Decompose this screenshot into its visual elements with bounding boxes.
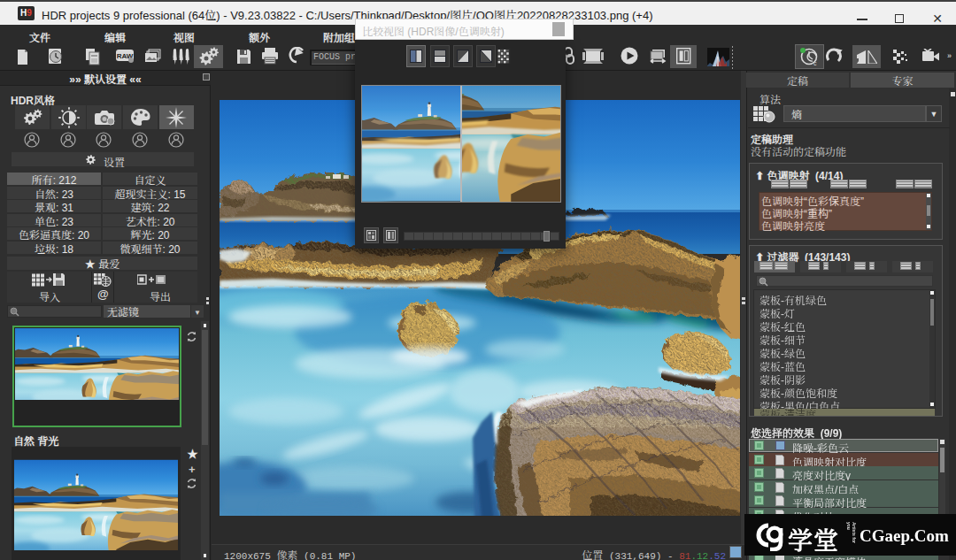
svg-text:c: c xyxy=(813,58,817,66)
